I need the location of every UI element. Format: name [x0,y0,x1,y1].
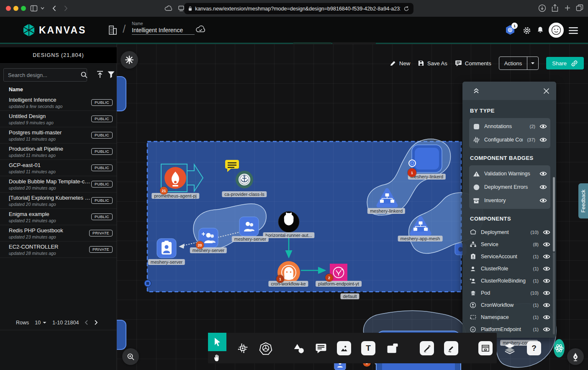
component-row-namespace[interactable]: Namespace (1) [469,311,550,323]
freehand-pencil-tool[interactable] [444,341,458,355]
design-row[interactable]: Double Bubble Map Template-copy updated … [0,176,117,193]
design-row[interactable]: EC2-CONTROLLER updated 28 minutes ago PR… [0,242,117,258]
node-label[interactable]: meshery-server [232,236,269,242]
image-tool[interactable] [337,341,351,355]
eye-icon[interactable] [543,278,550,284]
eye-icon[interactable] [543,326,550,332]
node-label[interactable]: cron-workflow-ke [268,281,308,287]
eye-icon[interactable] [543,266,550,272]
eye-icon[interactable] [539,123,547,129]
layers-tool[interactable] [503,341,517,355]
drawer-tool[interactable] [478,341,493,355]
warning-count-badge[interactable]: 1 [276,275,284,283]
design-row[interactable]: Intelligent Inference updated a few seco… [0,95,117,111]
eye-icon[interactable] [539,171,547,177]
tab-overview-icon[interactable] [576,4,583,12]
eye-icon[interactable] [543,314,550,320]
filter-row-annotations[interactable]: Annotations (2) [472,120,547,133]
design-row[interactable]: Redis PHP Guestbook updated 23 minutes a… [0,225,117,242]
feedback-tab[interactable]: Feedback [578,183,588,218]
rows-per-page-select[interactable]: 10 [35,320,46,326]
sidebar-toggle-icon[interactable] [30,5,38,12]
help-tool[interactable]: ? [527,341,541,355]
component-row-cronworkflow[interactable]: CronWorkflow (1) [469,299,550,311]
eye-icon[interactable] [539,137,547,143]
design-name-input[interactable] [132,26,195,35]
design-row[interactable]: Production-alt Pipeline updated 11 minut… [0,144,117,160]
zoom-button[interactable] [122,348,139,365]
comments-button[interactable]: Comments [455,60,491,67]
search-input[interactable] [3,68,87,82]
new-tab-icon[interactable] [564,5,571,11]
previous-page-icon[interactable] [85,320,88,325]
shapes-tool[interactable] [293,342,305,354]
node-label[interactable]: meshery-server [148,259,185,265]
namespace-label[interactable]: default [340,293,359,299]
close-icon[interactable] [543,88,549,94]
pen-mode-button[interactable] [567,348,584,365]
node-label[interactable]: meshery-app-mesh [398,236,443,242]
reload-icon[interactable] [403,6,409,12]
node-label[interactable]: ca-provider-class-ls [222,191,267,197]
eye-icon[interactable] [543,229,550,235]
eye-icon[interactable] [539,198,547,203]
badge-row-deployment-errors[interactable]: Deployment Errors [472,180,547,194]
badge-row-validation-warnings[interactable]: Validation Warnings [472,167,547,180]
component-row-clusterrolebinding[interactable]: ClusterRoleBinding (1) [469,275,550,287]
eye-icon[interactable] [539,184,547,190]
user-avatar[interactable] [549,23,564,38]
warning-count-badge[interactable]: 20 [196,241,204,249]
panel-scrollbar-track[interactable] [553,252,555,334]
minimize-window-button[interactable] [13,6,18,11]
node-label[interactable]: prometheus-agent-pj [151,193,199,199]
node-label[interactable]: meshery-server [190,247,227,253]
pan-tool-button[interactable] [213,351,221,363]
panel-scrollbar-thumb[interactable] [553,177,555,252]
filter-icon[interactable] [107,70,115,79]
meshery-button[interactable] [554,339,565,357]
ai-assist-button[interactable] [121,51,138,69]
eye-icon[interactable] [543,302,550,308]
hamburger-menu-icon[interactable] [568,26,578,35]
component-row-clusterrole[interactable]: ClusterRole (1) [469,262,550,275]
component-row-deployment[interactable]: Deployment (10) [469,226,550,238]
warning-count-badge[interactable]: 21 [160,187,168,195]
eye-icon[interactable] [543,290,550,296]
sticky-note-tool[interactable] [385,341,400,355]
node-label[interactable]: platform-endpoint-yt [316,281,362,287]
notifications-bell-icon[interactable] [536,26,544,35]
kubernetes-tool[interactable] [259,342,272,355]
share-button[interactable]: Share [546,57,584,69]
badge-row-inventory[interactable]: Inventory [472,194,547,207]
kanvas-logo[interactable]: KANVAS [23,23,86,37]
extensions-badge[interactable]: 1 [505,24,518,37]
collapse-double-chevron-icon[interactable] [472,87,480,94]
close-window-button[interactable] [6,6,11,11]
node-label[interactable]: meshery-linkerd [367,208,405,214]
import-design-icon[interactable] [96,70,104,79]
back-button[interactable] [51,5,58,12]
save-as-button[interactable]: Save As [418,60,447,67]
design-row[interactable]: Untitled Design updated 9 minutes ago PU… [0,111,117,127]
bezier-pen-tool[interactable] [420,341,434,355]
settings-gear-icon[interactable] [522,26,532,35]
design-row[interactable]: Enigma example updated 21 minutes ago PU… [0,209,117,225]
url-bar[interactable]: kanvas.new/extension/meshmap?mode=design… [184,3,413,14]
component-shapes-tool[interactable] [236,342,249,355]
actions-button[interactable]: Actions [499,57,539,70]
eye-icon[interactable] [543,242,550,247]
text-tool[interactable]: T [361,341,375,355]
new-button[interactable]: New [390,60,410,67]
design-row[interactable]: GCP-east-01 updated 11 minutes ago PUBLI… [0,160,117,176]
component-row-pod[interactable]: Pod (10) [469,287,550,299]
component-row-service[interactable]: Service (8) [469,238,550,250]
comment-tool[interactable] [315,343,327,354]
forward-button[interactable] [62,5,69,12]
downloads-icon[interactable] [538,4,546,12]
icloud-icon[interactable] [164,4,173,13]
node-label[interactable]: horizontal-runner-aut... [263,232,314,238]
design-row[interactable]: [Tutorial] Exploring Kubernetes Pod upda… [0,193,117,209]
fullscreen-window-button[interactable] [21,6,26,11]
warning-count-badge[interactable]: 2 [325,274,333,282]
filter-row-configurable[interactable]: Configurable Compon (37) [472,133,547,146]
